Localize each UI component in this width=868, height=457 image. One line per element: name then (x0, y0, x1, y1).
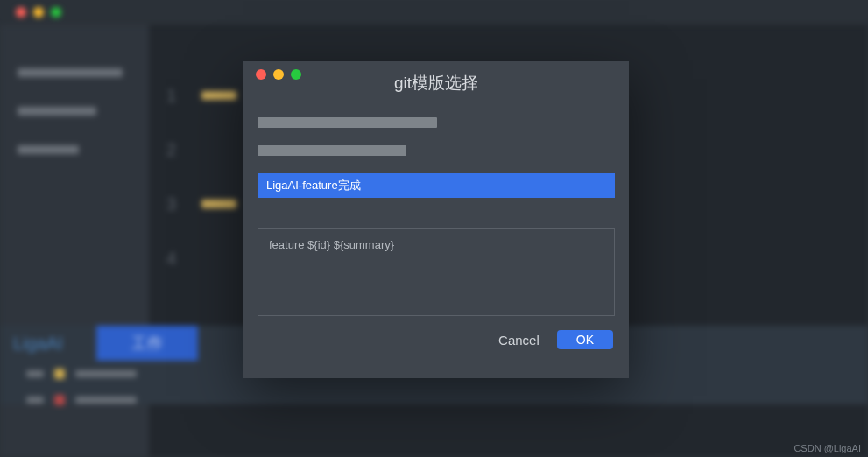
sidebar-item (18, 145, 79, 154)
bg-tab: 工作 (96, 326, 198, 361)
line-number: 2 (166, 140, 193, 160)
brand-label: LigaAI (0, 334, 96, 354)
ok-button[interactable]: OK (557, 330, 613, 349)
maximize-icon (51, 7, 61, 18)
cancel-button[interactable]: Cancel (498, 333, 540, 348)
close-icon (16, 7, 26, 18)
template-preview: feature ${id} ${summary} (258, 228, 615, 316)
bg-titlebar (0, 0, 868, 25)
line-number: 1 (166, 86, 193, 106)
line-number: 3 (166, 194, 193, 214)
line-number: 4 (166, 249, 193, 269)
template-dialog: git模版选择 LigaAI-feature完成 feature ${id} $… (243, 61, 629, 378)
template-option[interactable] (258, 117, 437, 128)
sidebar-item (18, 107, 96, 116)
dialog-titlebar: git模版选择 (243, 61, 629, 88)
minimize-icon (33, 7, 44, 18)
sidebar-item (18, 68, 123, 77)
watermark: CSDN @LigaAI (794, 443, 861, 453)
template-option[interactable] (258, 145, 406, 156)
dialog-title: git模版选择 (243, 72, 629, 95)
template-option-selected[interactable]: LigaAI-feature完成 (258, 173, 615, 198)
